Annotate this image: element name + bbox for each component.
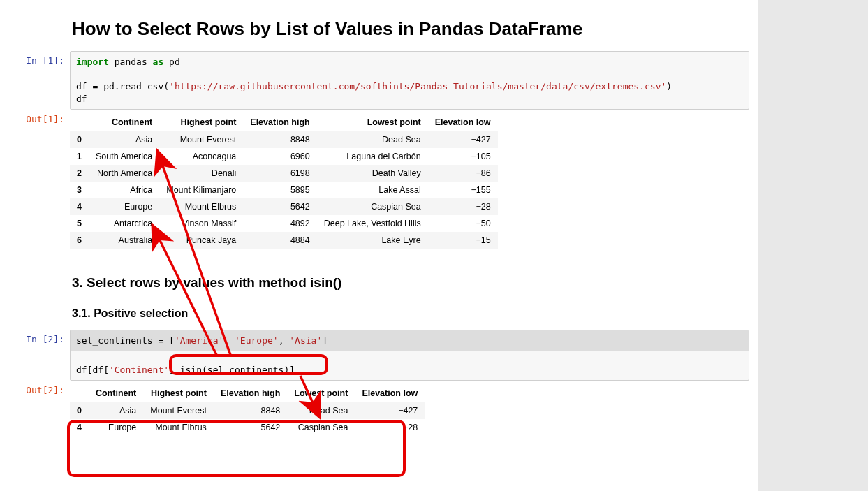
cell: Puncak Jaya <box>159 232 243 249</box>
row-index: 3 <box>70 182 89 198</box>
row-index: 2 <box>70 165 89 182</box>
cell: Europe <box>89 419 143 436</box>
column-header: Continent <box>89 385 143 402</box>
cell: −28 <box>428 198 498 215</box>
prompt-out-1: Out[1]: <box>0 110 70 124</box>
code-text: , <box>223 335 235 346</box>
table-row: 4EuropeMount Elbrus5642Caspian Sea−28 <box>70 419 425 436</box>
code-text: df = pd.read_csv( <box>76 81 169 91</box>
output-cell-1: Out[1]: ContinentHighest pointElevation … <box>0 110 758 256</box>
code-text: , <box>279 335 290 346</box>
cell: Mount Everest <box>143 402 214 420</box>
subsection-heading: 3.1. Positive selection <box>0 298 758 330</box>
code-cell-1: In [1]: import pandas as pd df = pd.read… <box>0 51 758 110</box>
cell: South America <box>89 148 159 165</box>
cell: 4892 <box>243 215 316 232</box>
table-row: 1South AmericaAconcagua6960Laguna del Ca… <box>70 148 498 165</box>
cell: −155 <box>428 182 498 198</box>
column-header: Elevation low <box>428 114 498 131</box>
cell: Australia <box>89 232 159 249</box>
code-text: ].isin(sel_continents)] <box>169 365 295 375</box>
cell: Caspian Sea <box>287 419 355 436</box>
section-heading: 3. Select rows by values with method isi… <box>0 256 758 298</box>
output-area-1: ContinentHighest pointElevation highLowe… <box>70 110 758 256</box>
cell: Mount Elbrus <box>159 198 243 215</box>
cell: Africa <box>89 182 159 198</box>
cell: Mount Everest <box>159 131 243 149</box>
cell: Dead Sea <box>287 402 355 420</box>
cell: −427 <box>355 402 425 420</box>
row-index: 5 <box>70 215 89 232</box>
column-header: Elevation high <box>243 114 316 131</box>
table-row: 2North AmericaDenali6198Death Valley−86 <box>70 165 498 182</box>
column-header: Lowest point <box>317 114 428 131</box>
column-header: Continent <box>89 114 159 131</box>
column-header: Highest point <box>159 114 243 131</box>
prompt-out-2: Out[2]: <box>0 381 70 395</box>
string-literal: 'https://raw.githubusercontent.com/softh… <box>169 81 666 91</box>
code-text: pandas <box>109 57 153 67</box>
table-row: 6AustraliaPuncak Jaya4884Lake Eyre−15 <box>70 232 498 249</box>
row-index: 1 <box>70 148 89 165</box>
cell: Mount Kilimanjaro <box>159 182 243 198</box>
cell: Caspian Sea <box>317 198 428 215</box>
code-text: df[df[ <box>76 365 109 375</box>
row-index: 6 <box>70 232 89 249</box>
code-text: ] <box>322 335 328 346</box>
column-header: Highest point <box>143 385 214 402</box>
string-literal: 'America' <box>175 335 223 346</box>
cell: Lake Eyre <box>317 232 428 249</box>
cell: Asia <box>89 131 159 149</box>
table-row: 0AsiaMount Everest8848Dead Sea−427 <box>70 402 425 420</box>
code-text: sel_continents = [ <box>76 335 175 346</box>
cell: Europe <box>89 198 159 215</box>
cell: Vinson Massif <box>159 215 243 232</box>
cell: Deep Lake, Vestfold Hills <box>317 215 428 232</box>
cell: Asia <box>89 402 143 420</box>
cell: North America <box>89 165 159 182</box>
cell: 6960 <box>243 148 316 165</box>
code-input-1[interactable]: import pandas as pd df = pd.read_csv('ht… <box>70 51 749 110</box>
table-row: 0AsiaMount Everest8848Dead Sea−427 <box>70 131 498 149</box>
cell: −105 <box>428 148 498 165</box>
string-literal: 'Continent' <box>109 365 169 375</box>
prompt-in-1: In [1]: <box>0 51 70 66</box>
cell: Death Valley <box>317 165 428 182</box>
cell: 5642 <box>214 419 287 436</box>
cell: 6198 <box>243 165 316 182</box>
cell: 8848 <box>243 131 316 149</box>
row-index: 4 <box>70 198 89 215</box>
keyword-import: import <box>76 57 109 67</box>
cell: −50 <box>428 215 498 232</box>
column-header <box>70 385 89 402</box>
cell: 4884 <box>243 232 316 249</box>
cell: Aconcagua <box>159 148 243 165</box>
code-cell-2: In [2]: sel_continents = ['America', 'Eu… <box>0 330 758 381</box>
cell: 8848 <box>214 402 287 420</box>
dataframe-table-2: ContinentHighest pointElevation highLowe… <box>70 385 425 436</box>
string-literal: 'Asia' <box>289 335 322 346</box>
page-title: How to Select Rows by List of Values in … <box>0 0 758 51</box>
table-row: 4EuropeMount Elbrus5642Caspian Sea−28 <box>70 198 498 215</box>
cell: −86 <box>428 165 498 182</box>
cell: Antarctica <box>89 215 159 232</box>
keyword-as: as <box>153 57 164 67</box>
code-text: ) <box>666 81 672 91</box>
column-header: Lowest point <box>287 385 355 402</box>
code-text: df <box>76 94 87 104</box>
cell: −28 <box>355 419 425 436</box>
table-row: 5AntarcticaVinson Massif4892Deep Lake, V… <box>70 215 498 232</box>
cell: Denali <box>159 165 243 182</box>
code-input-2[interactable]: sel_continents = ['America', 'Europe', '… <box>70 330 749 381</box>
cell: Mount Elbrus <box>143 419 214 436</box>
dataframe-table-1: ContinentHighest pointElevation highLowe… <box>70 114 498 249</box>
column-header: Elevation low <box>355 385 425 402</box>
output-cell-2: Out[2]: ContinentHighest pointElevation … <box>0 381 758 443</box>
cell: Dead Sea <box>317 131 428 149</box>
cell: 5642 <box>243 198 316 215</box>
row-index: 0 <box>70 402 89 420</box>
notebook-page: How to Select Rows by List of Values in … <box>0 0 758 491</box>
cell: −427 <box>428 131 498 149</box>
table-row: 3AfricaMount Kilimanjaro5895Lake Assal−1… <box>70 182 498 198</box>
column-header: Elevation high <box>214 385 287 402</box>
